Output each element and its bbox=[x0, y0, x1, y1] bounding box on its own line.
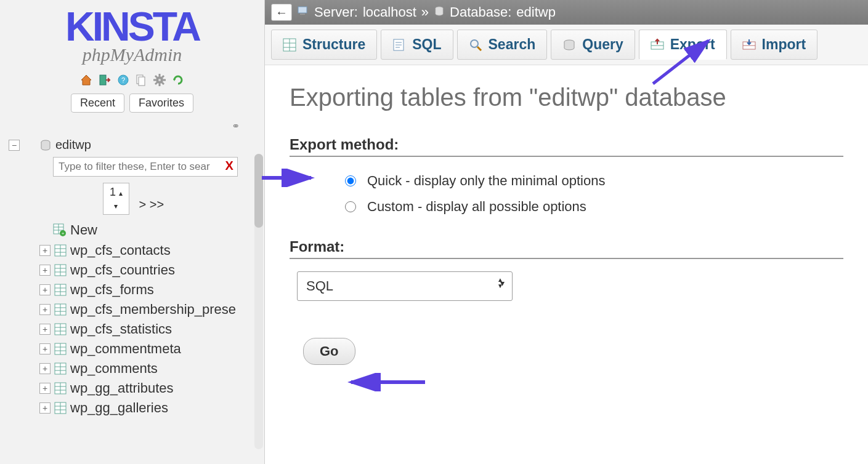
main: ← Server: localhost » Database: editwp S… bbox=[265, 0, 868, 464]
docs-icon[interactable] bbox=[135, 74, 147, 86]
tree-db-row[interactable]: editwp bbox=[9, 135, 258, 154]
import-icon bbox=[742, 38, 756, 52]
logo-area: KINSTA phpMyAdmin bbox=[0, 0, 264, 69]
tree-table-row[interactable]: wp_comments bbox=[9, 359, 258, 378]
tab-label: Query bbox=[582, 36, 623, 53]
nav-tree: editwp X 1 ▴▾ > >> + New wp_cfs_contacts… bbox=[0, 135, 264, 464]
tree-table-row[interactable]: wp_cfs_forms bbox=[9, 280, 258, 300]
format-heading: Format: bbox=[290, 238, 843, 259]
expand-icon[interactable] bbox=[39, 245, 51, 256]
expand-icon[interactable] bbox=[39, 383, 51, 394]
favorites-tab[interactable]: Favorites bbox=[129, 94, 193, 113]
radio-custom[interactable] bbox=[345, 201, 356, 212]
svg-marker-0 bbox=[81, 75, 91, 85]
expand-icon[interactable] bbox=[39, 284, 51, 295]
table-name: wp_cfs_contacts bbox=[70, 242, 171, 258]
expand-icon[interactable] bbox=[39, 324, 51, 335]
table-name: wp_comments bbox=[70, 361, 158, 377]
sidebar-toolbar: ? bbox=[0, 69, 264, 91]
tree-table-row[interactable]: wp_cfs_contacts bbox=[9, 241, 258, 260]
table-icon bbox=[54, 343, 67, 355]
table-name: wp_gg_galleries bbox=[70, 400, 168, 416]
svg-text:?: ? bbox=[121, 76, 124, 84]
expand-icon[interactable] bbox=[39, 304, 51, 315]
tree-table-row[interactable]: wp_commentmeta bbox=[9, 339, 258, 359]
sidebar-tabs: Recent Favorites bbox=[0, 91, 264, 118]
link-icon-row: ⚭ bbox=[0, 118, 264, 135]
table-name: wp_cfs_membership_prese bbox=[70, 302, 236, 318]
radio-quick[interactable] bbox=[345, 175, 356, 186]
expand-icon[interactable] bbox=[39, 402, 51, 414]
link-icon[interactable]: ⚭ bbox=[232, 121, 240, 131]
brand-sub: phpMyAdmin bbox=[0, 44, 264, 65]
table-name: wp_commentmeta bbox=[70, 341, 181, 357]
expand-icon[interactable] bbox=[39, 363, 51, 374]
tree-table-row[interactable]: wp_cfs_countries bbox=[9, 260, 258, 280]
page-title: Exporting tables from "editwp" database bbox=[290, 84, 843, 111]
server-icon bbox=[297, 4, 309, 20]
tree-new-row[interactable]: + New bbox=[9, 221, 258, 241]
svg-point-71 bbox=[471, 40, 478, 47]
db-name-crumb[interactable]: editwp bbox=[516, 4, 556, 20]
tree-table-row[interactable]: wp_gg_galleries bbox=[9, 398, 258, 418]
tab-structure[interactable]: Structure bbox=[271, 30, 377, 60]
svg-rect-61 bbox=[300, 14, 305, 15]
tab-search[interactable]: Search bbox=[457, 30, 548, 60]
tree-table-row[interactable]: wp_cfs_membership_prese bbox=[9, 300, 258, 319]
filter-input[interactable] bbox=[53, 157, 238, 177]
go-button[interactable]: Go bbox=[303, 338, 355, 365]
tree-table-row[interactable]: wp_gg_attributes bbox=[9, 378, 258, 398]
radio-custom-label: Custom - display all possible options bbox=[367, 199, 586, 215]
table-name: wp_cfs_statistics bbox=[70, 321, 172, 337]
scrollbar-thumb[interactable] bbox=[254, 154, 263, 228]
export-icon bbox=[651, 38, 664, 52]
table-name: wp_gg_attributes bbox=[70, 380, 174, 396]
tab-query[interactable]: Query bbox=[551, 30, 635, 60]
help-icon[interactable]: ? bbox=[117, 74, 129, 86]
expand-icon[interactable] bbox=[39, 343, 51, 354]
tree-table-row[interactable]: wp_cfs_statistics bbox=[9, 319, 258, 339]
svg-line-14 bbox=[155, 82, 157, 84]
radio-quick-label: Quick - display only the minimal options bbox=[367, 173, 605, 189]
collapse-icon[interactable] bbox=[9, 140, 20, 151]
format-select[interactable]: SQL ▲▼ bbox=[297, 271, 513, 301]
breadcrumb-sep: » bbox=[421, 4, 429, 20]
sql-icon bbox=[392, 38, 406, 52]
svg-rect-60 bbox=[298, 7, 307, 13]
home-icon[interactable] bbox=[80, 74, 92, 86]
table-icon bbox=[54, 382, 67, 394]
table-name: wp_cfs_forms bbox=[70, 282, 154, 298]
back-button[interactable]: ← bbox=[271, 4, 292, 21]
table-icon bbox=[54, 303, 67, 316]
export-method-heading: Export method: bbox=[290, 136, 843, 157]
structure-icon bbox=[283, 38, 296, 52]
tab-export[interactable]: Export bbox=[639, 30, 727, 60]
navtabs: Structure SQL Search Query Export Import bbox=[265, 25, 868, 65]
table-icon bbox=[54, 244, 67, 257]
expand-icon[interactable] bbox=[39, 265, 51, 276]
clear-filter-icon[interactable]: X bbox=[225, 159, 233, 172]
tab-sql[interactable]: SQL bbox=[381, 30, 453, 60]
settings-icon[interactable] bbox=[153, 74, 166, 86]
scrollbar-track[interactable] bbox=[254, 154, 263, 449]
breadcrumb: ← Server: localhost » Database: editwp bbox=[265, 0, 868, 25]
table-icon bbox=[54, 362, 67, 375]
new-table-icon: + bbox=[53, 223, 67, 237]
recent-tab[interactable]: Recent bbox=[71, 94, 124, 113]
server-label: Server: bbox=[314, 4, 358, 20]
server-name[interactable]: localhost bbox=[363, 4, 416, 20]
tab-label: Export bbox=[670, 36, 715, 53]
pager-next[interactable]: > >> bbox=[139, 198, 164, 211]
search-icon bbox=[469, 38, 482, 52]
pager-row: 1 ▴▾ > >> bbox=[9, 179, 258, 221]
reload-icon[interactable] bbox=[172, 74, 184, 86]
tab-label: SQL bbox=[412, 36, 441, 53]
radio-custom-row[interactable]: Custom - display all possible options bbox=[290, 194, 843, 220]
radio-quick-row[interactable]: Quick - display only the minimal options bbox=[290, 168, 843, 194]
tab-label: Structure bbox=[302, 36, 365, 53]
svg-line-15 bbox=[162, 76, 164, 78]
page-select[interactable]: 1 ▴▾ bbox=[103, 183, 129, 215]
exit-icon[interactable] bbox=[99, 74, 111, 86]
tab-label: Search bbox=[489, 36, 536, 53]
tab-import[interactable]: Import bbox=[731, 30, 818, 60]
